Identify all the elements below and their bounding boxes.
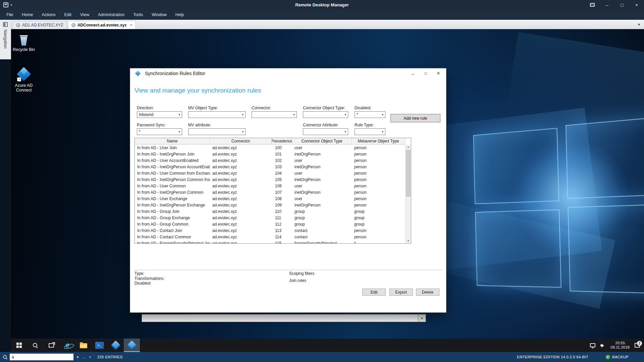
table-row[interactable]: In from AD - Contact Join ad.evotec.xyz …: [135, 227, 405, 234]
cell-connector-object-type: user: [292, 195, 352, 202]
table-row[interactable]: In from AD - Group Exchange ad.evotec.xy…: [135, 215, 405, 221]
table-row[interactable]: In from AD - User Join ad.evotec.xyz 100…: [135, 144, 405, 151]
mv-object-type-dropdown[interactable]: ▾: [188, 111, 246, 118]
cell-precedence: 110: [272, 208, 292, 215]
chevron-down-icon[interactable]: ▾: [10, 3, 12, 7]
rule-type-dropdown[interactable]: ▾: [355, 128, 385, 135]
cell-precedence: 100: [272, 144, 292, 151]
minimize-button[interactable]: –: [600, 0, 614, 10]
chevron-down-icon: ▾: [242, 113, 244, 116]
backup-icon: [606, 355, 610, 359]
connector-attribute-dropdown[interactable]: ▾: [303, 128, 348, 135]
dialog-titlebar[interactable]: Synchronization Rules Editor – □ ×: [130, 68, 446, 78]
password-sync-label: Password Sync:: [137, 123, 166, 127]
edit-button[interactable]: Edit: [362, 289, 386, 296]
tab-overflow-icon[interactable]: ▾: [638, 22, 640, 27]
table-row[interactable]: In from AD - User Common ad.evotec.xyz 1…: [135, 183, 405, 189]
column-header-metaverse-object-type[interactable]: Metaverse Object Type: [352, 138, 405, 144]
table-row[interactable]: In from AD - User Exchange ad.evotec.xyz…: [135, 195, 405, 202]
menu-item[interactable]: Edit: [60, 10, 76, 20]
dialog-minimize-button[interactable]: –: [407, 70, 419, 77]
edition-label: ENTERPRISE EDITION 14.0.2.0 64-BIT: [517, 355, 588, 359]
menu-item[interactable]: View: [76, 10, 94, 20]
delete-button[interactable]: Delete: [416, 289, 439, 296]
mv-attribute-dropdown[interactable]: ▾: [188, 128, 246, 135]
task-view-button[interactable]: [43, 339, 59, 352]
tab-close-icon[interactable]: ×: [130, 23, 132, 27]
recycle-bin-desktop-icon[interactable]: Recycle Bin: [11, 35, 38, 52]
menu-item[interactable]: Help: [171, 10, 189, 20]
table-body: In from AD - User Join ad.evotec.xyz 100…: [135, 144, 405, 243]
column-header-name[interactable]: Name: [135, 138, 210, 144]
maximize-button[interactable]: □: [614, 0, 629, 10]
scroll-up-icon[interactable]: ▲: [406, 144, 411, 149]
connector-object-type-dropdown[interactable]: ▾: [303, 111, 348, 118]
azure-ad-connect-desktop-icon[interactable]: ↗ Azure AD Connect: [11, 67, 38, 93]
dialog-maximize-button[interactable]: □: [419, 70, 432, 77]
sync-rules-editor-taskbar-button[interactable]: [124, 339, 140, 352]
start-button[interactable]: [11, 339, 27, 352]
volume-icon[interactable]: [600, 343, 605, 348]
cell-name: In from AD - InetOrgPerson Common from E: [135, 176, 210, 183]
column-header-connector-object-type[interactable]: Connector Object Type: [292, 138, 352, 144]
add-new-rule-button[interactable]: Add new rule: [390, 114, 440, 122]
table-row[interactable]: In from AD - User AccountEnabled ad.evot…: [135, 157, 405, 164]
disabled-dropdown[interactable]: *▾: [355, 111, 385, 118]
menu-item[interactable]: Administration: [94, 10, 129, 20]
network-icon[interactable]: [590, 343, 595, 347]
menu-item[interactable]: Window: [147, 10, 171, 20]
connector-dropdown[interactable]: ▾: [252, 111, 297, 118]
table-row[interactable]: In from AD - User Common from Exchange a…: [135, 170, 405, 176]
menu-item[interactable]: File: [2, 10, 17, 20]
action-center-icon[interactable]: 2: [635, 343, 640, 348]
clear-search-icon[interactable]: ×: [89, 355, 91, 359]
export-button[interactable]: Export: [389, 289, 413, 296]
chevron-down-icon[interactable]: ▾: [77, 355, 79, 359]
navigation-tab[interactable]: Navigation: [0, 20, 11, 59]
table-row[interactable]: In from AD - Group Common ad.evotec.xyz …: [135, 221, 405, 227]
status-search-input[interactable]: [10, 354, 73, 360]
table-row[interactable]: In from AD - InetOrgPerson Join ad.evote…: [135, 151, 405, 157]
table-row[interactable]: In from AD - InetOrgPerson Exchange ad.e…: [135, 202, 405, 208]
cell-connector-object-type: group: [292, 221, 352, 227]
backup-label[interactable]: BACKUP: [612, 355, 629, 359]
azure-ad-connect-taskbar-button[interactable]: [108, 339, 124, 352]
menu-item[interactable]: Tools: [129, 10, 147, 20]
column-header-connector[interactable]: Connector: [210, 138, 272, 144]
search-button[interactable]: [27, 339, 43, 352]
menu-item[interactable]: Actions: [38, 10, 60, 20]
cell-connector: ad.evotec.xyz: [210, 234, 272, 240]
scrollbar-thumb[interactable]: [406, 150, 411, 197]
background-combobox[interactable]: ▾: [142, 314, 426, 322]
table-row[interactable]: In from AD - Group Join ad.evotec.xyz 11…: [135, 208, 405, 215]
taskbar-clock[interactable]: 20:55 09.11.2018: [610, 341, 630, 350]
chevron-down-icon[interactable]: ▾: [418, 314, 426, 322]
cell-name: In from AD - Contact Common: [135, 234, 210, 240]
column-header-precedence[interactable]: Precedence: [272, 138, 292, 144]
icon-label: Recycle Bin: [13, 47, 35, 52]
file-explorer-button[interactable]: [75, 339, 92, 352]
table-row[interactable]: In from AD - InetOrgPerson AccountEnable…: [135, 164, 405, 170]
table-row[interactable]: In from AD - ForeignSecurityPrincipal Jo…: [135, 240, 405, 243]
app-icon[interactable]: [3, 2, 8, 7]
cell-metaverse-object-type: person: [352, 234, 405, 240]
table-row[interactable]: In from AD - Contact Common ad.evotec.xy…: [135, 234, 405, 240]
close-button[interactable]: ×: [629, 0, 644, 10]
cell-precedence: 109: [272, 202, 292, 208]
fullscreen-button[interactable]: [585, 0, 600, 10]
table-scrollbar[interactable]: ▲ ▼: [405, 144, 411, 243]
password-sync-dropdown[interactable]: *▾: [137, 128, 182, 135]
tab-ad1[interactable]: AD1.AD.EVOTEC.XYZ: [12, 21, 67, 29]
table-row[interactable]: In from AD - InetOrgPerson Common from E…: [135, 176, 405, 183]
tab-adconnect[interactable]: ADConnect.ad.evotec.xyz ×: [68, 21, 136, 29]
direction-dropdown[interactable]: Inbound▾: [137, 111, 182, 118]
menu-item[interactable]: Home: [17, 10, 37, 20]
cell-precedence: 101: [272, 151, 292, 157]
cell-name: In from AD - Group Join: [135, 208, 210, 215]
powershell-button[interactable]: >_: [92, 339, 108, 352]
scroll-down-icon[interactable]: ▼: [406, 238, 411, 243]
table-row[interactable]: In from AD - InetOrgPerson Common ad.evo…: [135, 189, 405, 195]
dialog-close-button[interactable]: ×: [432, 70, 445, 77]
internet-explorer-button[interactable]: e: [59, 339, 75, 352]
more-options-icon[interactable]: …: [82, 355, 86, 359]
